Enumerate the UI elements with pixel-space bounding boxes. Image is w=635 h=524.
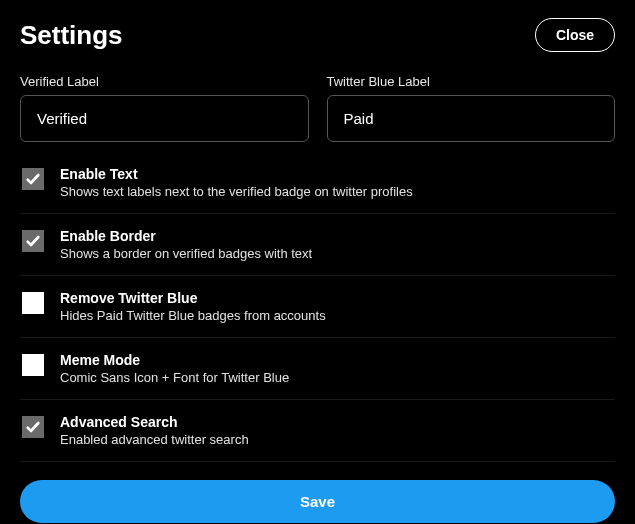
option-description: Comic Sans Icon + Font for Twitter Blue [60,370,613,385]
page-title: Settings [20,20,123,51]
verified-label-field: Verified Label [20,74,309,142]
option-row: Enable TextShows text labels next to the… [20,152,615,214]
verified-label-caption: Verified Label [20,74,309,89]
option-text: Enable TextShows text labels next to the… [60,166,613,199]
option-description: Hides Paid Twitter Blue badges from acco… [60,308,613,323]
option-title: Remove Twitter Blue [60,290,613,306]
option-text: Advanced SearchEnabled advanced twitter … [60,414,613,447]
option-row: Enable BorderShows a border on verified … [20,214,615,276]
option-checkbox[interactable] [22,416,44,438]
option-row: Meme ModeComic Sans Icon + Font for Twit… [20,338,615,400]
option-text: Meme ModeComic Sans Icon + Font for Twit… [60,352,613,385]
option-title: Advanced Search [60,414,613,430]
save-button[interactable]: Save [20,480,615,523]
option-text: Enable BorderShows a border on verified … [60,228,613,261]
option-row: Advanced SearchEnabled advanced twitter … [20,400,615,462]
option-description: Shows text labels next to the verified b… [60,184,613,199]
header: Settings Close [20,18,615,52]
option-text: Remove Twitter BlueHides Paid Twitter Bl… [60,290,613,323]
settings-panel: Settings Close Verified Label Twitter Bl… [0,0,635,524]
option-checkbox[interactable] [22,354,44,376]
option-title: Meme Mode [60,352,613,368]
option-checkbox[interactable] [22,292,44,314]
option-checkbox[interactable] [22,230,44,252]
option-title: Enable Text [60,166,613,182]
option-title: Enable Border [60,228,613,244]
twitter-blue-label-field: Twitter Blue Label [327,74,616,142]
option-description: Enabled advanced twitter search [60,432,613,447]
label-fields-row: Verified Label Twitter Blue Label [20,74,615,142]
verified-label-input[interactable] [20,95,309,142]
options-list: Enable TextShows text labels next to the… [20,152,615,462]
option-row: Remove Twitter BlueHides Paid Twitter Bl… [20,276,615,338]
twitter-blue-label-input[interactable] [327,95,616,142]
option-description: Shows a border on verified badges with t… [60,246,613,261]
close-button[interactable]: Close [535,18,615,52]
twitter-blue-label-caption: Twitter Blue Label [327,74,616,89]
option-checkbox[interactable] [22,168,44,190]
